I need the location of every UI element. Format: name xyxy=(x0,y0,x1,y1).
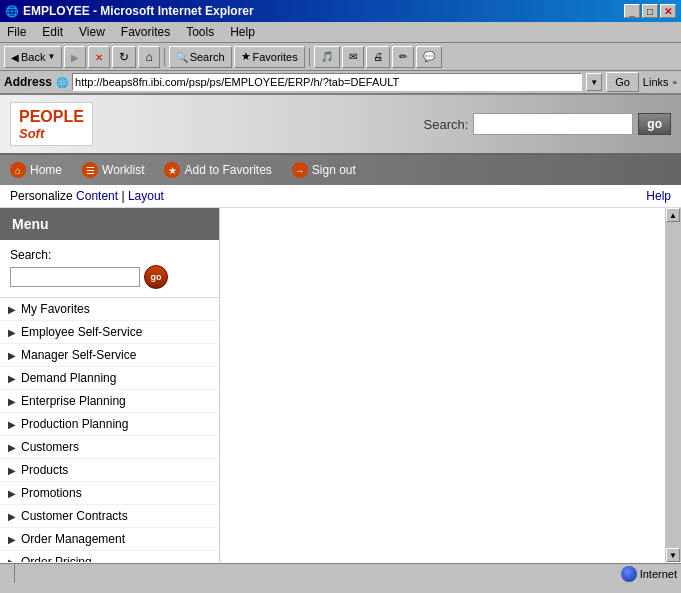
ie-logo-icon: 🌐 xyxy=(5,5,19,18)
address-bar: Address 🌐 ▼ Go Links » xyxy=(0,71,681,95)
forward-icon xyxy=(71,51,79,63)
window-titlebar: 🌐 EMPLOYEE - Microsoft Internet Explorer… xyxy=(0,0,681,22)
menu-item-demand-planning[interactable]: ▶ Demand Planning xyxy=(0,367,219,390)
menu-item-order-management[interactable]: ▶ Order Management xyxy=(0,528,219,551)
menu-edit[interactable]: Edit xyxy=(39,24,66,40)
maximize-button[interactable]: □ xyxy=(642,4,658,18)
ps-header-search-input[interactable] xyxy=(473,113,633,135)
ps-body: Menu Search: go ▶ My Favorites ▶ Employe… xyxy=(0,208,681,562)
menu-item-manager-self-service[interactable]: ▶ Manager Self-Service xyxy=(0,344,219,367)
favorites-star-icon: ★ xyxy=(164,162,180,178)
menu-tools[interactable]: Tools xyxy=(183,24,217,40)
menu-item-label: Customer Contracts xyxy=(21,509,128,523)
ps-navbar: ⌂ Home ☰ Worklist ★ Add to Favorites → S… xyxy=(0,155,681,185)
mail-button[interactable]: ✉ xyxy=(342,46,364,68)
scroll-up-button[interactable]: ▲ xyxy=(666,208,680,222)
media-button[interactable]: 🎵 xyxy=(314,46,340,68)
menu-file[interactable]: File xyxy=(4,24,29,40)
refresh-icon xyxy=(119,50,129,64)
menu-item-order-pricing[interactable]: ▶ Order Pricing xyxy=(0,551,219,562)
ps-logo-box: PEOPLE Soft xyxy=(10,102,93,147)
personalize-left: Personalize Content | Layout xyxy=(10,189,164,203)
menu-help[interactable]: Help xyxy=(227,24,258,40)
minimize-button[interactable]: _ xyxy=(624,4,640,18)
arrow-icon: ▶ xyxy=(8,465,16,476)
menu-item-enterprise-planning[interactable]: ▶ Enterprise Planning xyxy=(0,390,219,413)
home-nav-icon xyxy=(145,50,152,64)
stop-button[interactable] xyxy=(88,46,110,68)
menu-item-my-favorites[interactable]: ▶ My Favorites xyxy=(0,298,219,321)
menu-item-customer-contracts[interactable]: ▶ Customer Contracts xyxy=(0,505,219,528)
home-button[interactable] xyxy=(138,46,159,68)
main-content: ▲ ▼ xyxy=(220,208,681,562)
address-dropdown[interactable]: ▼ xyxy=(586,73,602,91)
favorites-button[interactable]: ★ Favorites xyxy=(234,46,305,68)
address-input[interactable] xyxy=(72,73,582,91)
menu-item-customers[interactable]: ▶ Customers xyxy=(0,436,219,459)
scroll-track xyxy=(666,222,680,548)
separator-1 xyxy=(164,48,165,66)
menu-item-production-planning[interactable]: ▶ Production Planning xyxy=(0,413,219,436)
menu-item-products[interactable]: ▶ Products xyxy=(0,459,219,482)
logo-people: PEOPLE xyxy=(19,107,84,126)
search-button[interactable]: Search xyxy=(169,46,232,68)
menu-item-label: Products xyxy=(21,463,68,477)
scroll-down-button[interactable]: ▼ xyxy=(666,548,680,562)
menu-favorites[interactable]: Favorites xyxy=(118,24,173,40)
refresh-button[interactable] xyxy=(112,46,136,68)
internet-zone: Internet xyxy=(621,566,677,582)
favorites-icon: ★ xyxy=(241,50,251,63)
personalize-right: Help xyxy=(646,189,671,203)
menu-header: Menu xyxy=(0,208,219,240)
menu-item-label: Production Planning xyxy=(21,417,128,431)
internet-globe-icon xyxy=(621,566,637,582)
menu-item-label: Manager Self-Service xyxy=(21,348,136,362)
arrow-icon: ▶ xyxy=(8,442,16,453)
arrow-icon: ▶ xyxy=(8,396,16,407)
close-button[interactable]: ✕ xyxy=(660,4,676,18)
ps-header: PEOPLE Soft Search: go xyxy=(0,95,681,155)
edit-btn[interactable]: ✏ xyxy=(392,46,414,68)
help-link[interactable]: Help xyxy=(646,189,671,203)
menu-item-label: Demand Planning xyxy=(21,371,116,385)
personalize-prefix: Personalize xyxy=(10,189,73,203)
nav-worklist[interactable]: ☰ Worklist xyxy=(82,162,144,178)
menu-search-row: go xyxy=(10,265,209,289)
layout-link[interactable]: Layout xyxy=(128,189,164,203)
sign-out-icon: → xyxy=(292,162,308,178)
print-button[interactable]: 🖨 xyxy=(366,46,390,68)
ps-header-search-area: Search: go xyxy=(424,113,671,135)
menu-go-button[interactable]: go xyxy=(144,265,168,289)
back-button[interactable]: Back ▼ xyxy=(4,46,62,68)
nav-worklist-label: Worklist xyxy=(102,163,144,177)
stop-icon xyxy=(95,51,103,63)
ps-sidebar: Menu Search: go ▶ My Favorites ▶ Employe… xyxy=(0,208,220,562)
menu-search-input[interactable] xyxy=(10,267,140,287)
window-controls[interactable]: _ □ ✕ xyxy=(624,4,676,18)
arrow-icon: ▶ xyxy=(8,373,16,384)
menu-item-promotions[interactable]: ▶ Promotions xyxy=(0,482,219,505)
menu-item-label: Promotions xyxy=(21,486,82,500)
menu-item-label: Order Management xyxy=(21,532,125,546)
go-button[interactable]: Go xyxy=(606,72,639,92)
nav-home[interactable]: ⌂ Home xyxy=(10,162,62,178)
forward-button[interactable] xyxy=(64,46,86,68)
scrollbar[interactable]: ▲ ▼ xyxy=(665,208,681,562)
ps-header-go-button[interactable]: go xyxy=(638,113,671,135)
discuss-button[interactable]: 💬 xyxy=(416,46,442,68)
links-label[interactable]: Links xyxy=(643,76,669,88)
personalize-bar: Personalize Content | Layout Help xyxy=(0,185,681,208)
back-icon xyxy=(11,51,19,63)
arrow-icon: ▶ xyxy=(8,488,16,499)
menu-item-employee-self-service[interactable]: ▶ Employee Self-Service xyxy=(0,321,219,344)
arrow-icon: ▶ xyxy=(8,327,16,338)
ps-search-label: Search: xyxy=(424,117,469,132)
nav-sign-out[interactable]: → Sign out xyxy=(292,162,356,178)
logo-soft: Soft xyxy=(19,126,84,142)
menu-view[interactable]: View xyxy=(76,24,108,40)
nav-add-favorites[interactable]: ★ Add to Favorites xyxy=(164,162,271,178)
content-link[interactable]: Content xyxy=(76,189,118,203)
nav-add-favorites-label: Add to Favorites xyxy=(184,163,271,177)
menu-item-label: Enterprise Planning xyxy=(21,394,126,408)
menu-item-label: Customers xyxy=(21,440,79,454)
